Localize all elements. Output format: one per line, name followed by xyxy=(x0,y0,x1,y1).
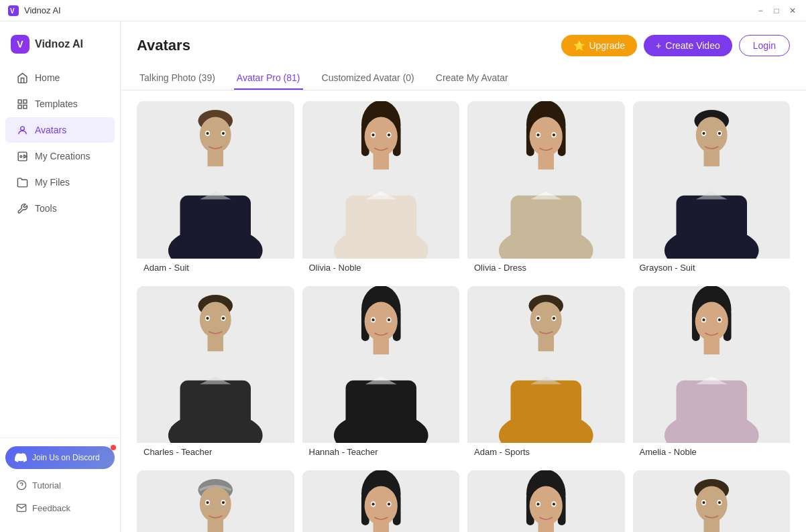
maximize-button[interactable]: □ xyxy=(771,5,782,16)
svg-point-20 xyxy=(206,132,209,135)
avatar-person-figure xyxy=(467,470,625,532)
my-files-icon xyxy=(16,176,28,188)
avatar-image-area xyxy=(137,286,294,444)
footer-item-feedback[interactable]: Feedback xyxy=(11,497,109,519)
tab-talking-photo[interactable]: Talking Photo (39) xyxy=(137,67,218,90)
svg-point-69 xyxy=(222,316,225,319)
sidebar-item-home[interactable]: Home xyxy=(5,65,115,90)
sidebar-item-my-creations[interactable]: My Creations xyxy=(5,143,115,169)
svg-point-116 xyxy=(206,501,209,504)
close-button[interactable]: ✕ xyxy=(787,5,798,16)
avatar-person-figure xyxy=(467,101,625,259)
svg-point-107 xyxy=(709,323,713,329)
avatar-label: Charles - Teacher xyxy=(137,443,294,462)
svg-point-117 xyxy=(222,501,225,504)
avatar-image-area xyxy=(302,470,460,532)
sidebar-logo-text: Vidnoz AI xyxy=(35,38,83,50)
svg-point-118 xyxy=(213,506,218,512)
avatars-icon xyxy=(16,124,28,136)
svg-rect-2 xyxy=(18,100,21,103)
svg-rect-5 xyxy=(18,105,21,108)
avatar-person-figure xyxy=(467,286,625,444)
avatar-person-figure xyxy=(302,101,460,259)
svg-point-68 xyxy=(206,316,209,319)
svg-rect-38 xyxy=(510,196,581,259)
svg-rect-86 xyxy=(510,380,581,443)
avatar-card[interactable]: Adam - Vlogger xyxy=(633,470,791,532)
svg-rect-25 xyxy=(345,196,416,259)
sidebar-item-my-files[interactable]: My Files xyxy=(5,170,115,195)
svg-point-34 xyxy=(387,133,390,136)
tab-create-my-avatar[interactable]: Create My Avatar xyxy=(433,67,511,90)
tab-customized-avatar[interactable]: Customized Avatar (0) xyxy=(319,67,417,90)
svg-point-94 xyxy=(544,321,549,327)
avatar-card[interactable]: Charles - Teacher xyxy=(137,286,294,463)
avatar-card[interactable]: Olivia - Noble xyxy=(302,101,460,278)
avatar-grid-container[interactable]: Adam - Suit xyxy=(121,90,806,532)
sidebar: V Vidnoz AI Home xyxy=(0,21,121,532)
templates-icon xyxy=(16,98,28,110)
sidebar-item-avatars[interactable]: Avatars xyxy=(5,117,115,143)
avatar-card[interactable]: Mason - Suit xyxy=(137,470,294,532)
discord-icon xyxy=(15,452,27,464)
avatar-card[interactable]: Adam - Suit xyxy=(137,101,294,278)
avatar-card[interactable]: Adam - Sports xyxy=(467,286,625,463)
svg-point-130 xyxy=(387,503,390,505)
avatar-card[interactable]: Harper - Host xyxy=(467,470,625,532)
svg-point-89 xyxy=(530,302,562,338)
tabs: Talking Photo (39) Avatar Pro (81) Custo… xyxy=(121,56,806,90)
svg-rect-62 xyxy=(180,380,251,443)
titlebar-controls: − □ ✕ xyxy=(755,5,798,16)
avatar-card[interactable]: Grayson - Suit xyxy=(633,101,791,278)
avatar-card[interactable]: Olivia - Dress xyxy=(467,101,625,278)
svg-point-22 xyxy=(213,137,218,143)
svg-point-143 xyxy=(553,503,555,505)
login-button[interactable]: Login xyxy=(739,35,790,56)
avatar-image-area xyxy=(302,286,460,444)
avatar-person-figure xyxy=(633,101,791,259)
svg-point-131 xyxy=(378,507,383,513)
svg-point-65 xyxy=(200,302,231,338)
svg-point-33 xyxy=(371,133,374,136)
avatar-person-figure xyxy=(633,286,791,444)
svg-rect-97 xyxy=(676,380,747,443)
avatar-label: Olivia - Noble xyxy=(302,259,460,278)
titlebar: V Vidnoz AI − □ ✕ xyxy=(0,0,806,21)
tab-avatar-pro[interactable]: Avatar Pro (81) xyxy=(234,67,303,90)
svg-rect-3 xyxy=(23,100,26,103)
avatar-image-area xyxy=(137,470,294,532)
svg-point-144 xyxy=(544,507,549,513)
sidebar-item-my-creations-label: My Creations xyxy=(35,151,90,161)
avatar-card[interactable]: Amelia - Noble xyxy=(633,286,791,463)
avatar-image-area xyxy=(302,101,460,259)
avatar-card[interactable]: Hannah - Teacher xyxy=(302,286,460,463)
avatar-person-figure xyxy=(633,470,791,532)
avatar-image-area xyxy=(633,470,791,532)
svg-point-113 xyxy=(200,486,231,522)
footer-item-tutorial[interactable]: Tutorial xyxy=(11,474,109,496)
svg-point-6 xyxy=(20,126,24,130)
upgrade-button[interactable]: ⭐ Upgrade xyxy=(561,35,637,56)
avatar-image-area xyxy=(467,101,625,259)
svg-point-35 xyxy=(378,138,383,144)
discord-button[interactable]: Join Us on Discord xyxy=(5,446,115,469)
footer-item-tutorial-label: Tutorial xyxy=(32,480,61,490)
create-video-button[interactable]: + Create Video xyxy=(644,35,732,56)
svg-point-17 xyxy=(200,117,231,153)
sidebar-item-tools[interactable]: Tools xyxy=(5,196,115,221)
svg-text:V: V xyxy=(10,7,15,15)
avatar-image-area xyxy=(467,286,625,444)
svg-point-46 xyxy=(536,133,539,136)
svg-rect-73 xyxy=(345,380,416,443)
avatar-person-figure xyxy=(302,286,460,444)
feedback-icon xyxy=(16,503,27,513)
sidebar-item-my-files-label: My Files xyxy=(35,177,70,188)
svg-point-81 xyxy=(371,318,374,321)
svg-point-106 xyxy=(717,318,720,321)
titlebar-app-name: Vidnoz AI xyxy=(24,5,61,15)
titlebar-logo-icon: V xyxy=(8,5,19,16)
avatar-label: Amelia - Noble xyxy=(633,443,791,462)
avatar-card[interactable]: Amelia - Office xyxy=(302,470,460,532)
sidebar-item-templates[interactable]: Templates xyxy=(5,91,115,117)
minimize-button[interactable]: − xyxy=(755,5,766,16)
